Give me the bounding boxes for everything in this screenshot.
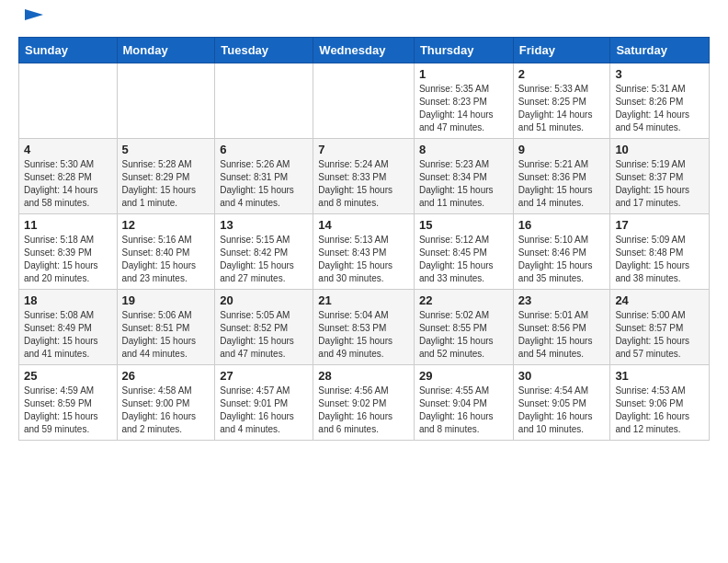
day-detail: Sunrise: 5:28 AMSunset: 8:29 PMDaylight:… <box>122 158 210 210</box>
page: SundayMondayTuesdayWednesdayThursdayFrid… <box>0 0 728 455</box>
calendar-cell: 12Sunrise: 5:16 AMSunset: 8:40 PMDayligh… <box>117 214 215 290</box>
calendar-cell: 5Sunrise: 5:28 AMSunset: 8:29 PMDaylight… <box>117 139 215 214</box>
calendar-cell: 24Sunrise: 5:00 AMSunset: 8:57 PMDayligh… <box>610 290 710 365</box>
day-number: 5 <box>122 143 210 156</box>
day-detail: Sunrise: 4:56 AMSunset: 9:02 PMDaylight:… <box>318 385 409 436</box>
calendar-cell: 22Sunrise: 5:02 AMSunset: 8:55 PMDayligh… <box>414 290 513 365</box>
day-detail: Sunrise: 5:23 AMSunset: 8:34 PMDaylight:… <box>419 158 508 210</box>
calendar-cell: 8Sunrise: 5:23 AMSunset: 8:34 PMDaylight… <box>414 139 513 214</box>
day-detail: Sunrise: 5:00 AMSunset: 8:57 PMDaylight:… <box>615 309 704 361</box>
calendar-cell: 13Sunrise: 5:15 AMSunset: 8:42 PMDayligh… <box>215 214 313 290</box>
header <box>18 15 710 26</box>
day-number: 1 <box>419 67 508 81</box>
calendar-cell: 29Sunrise: 4:55 AMSunset: 9:04 PMDayligh… <box>414 365 513 441</box>
calendar-cell <box>215 63 313 139</box>
calendar-table: SundayMondayTuesdayWednesdayThursdayFrid… <box>18 37 710 441</box>
calendar-cell <box>19 63 118 139</box>
logo <box>18 15 47 26</box>
day-number: 20 <box>220 293 308 307</box>
calendar-cell: 26Sunrise: 4:58 AMSunset: 9:00 PMDayligh… <box>117 365 215 441</box>
day-number: 10 <box>615 143 704 156</box>
svg-marker-0 <box>25 9 43 20</box>
day-number: 21 <box>318 293 409 307</box>
day-detail: Sunrise: 5:12 AMSunset: 8:45 PMDaylight:… <box>419 234 508 285</box>
day-number: 16 <box>518 218 606 232</box>
day-number: 4 <box>24 143 112 156</box>
day-number: 22 <box>419 293 508 307</box>
day-number: 29 <box>419 369 508 383</box>
day-number: 12 <box>122 218 210 232</box>
weekday-header-saturday: Saturday <box>610 38 710 63</box>
calendar-cell: 21Sunrise: 5:04 AMSunset: 8:53 PMDayligh… <box>313 290 415 365</box>
calendar-cell: 28Sunrise: 4:56 AMSunset: 9:02 PMDayligh… <box>313 365 415 441</box>
day-detail: Sunrise: 4:54 AMSunset: 9:05 PMDaylight:… <box>518 385 606 436</box>
calendar-cell: 6Sunrise: 5:26 AMSunset: 8:31 PMDaylight… <box>215 139 313 214</box>
day-number: 30 <box>518 369 606 383</box>
weekday-header-monday: Monday <box>117 38 215 63</box>
day-number: 28 <box>318 369 409 383</box>
day-detail: Sunrise: 5:21 AMSunset: 8:36 PMDaylight:… <box>518 158 606 210</box>
logo-flag-icon <box>21 7 47 26</box>
day-detail: Sunrise: 5:18 AMSunset: 8:39 PMDaylight:… <box>24 234 112 285</box>
day-number: 23 <box>518 293 606 307</box>
day-detail: Sunrise: 5:15 AMSunset: 8:42 PMDaylight:… <box>220 234 308 285</box>
calendar-week-5: 25Sunrise: 4:59 AMSunset: 8:59 PMDayligh… <box>19 365 710 441</box>
calendar-cell: 4Sunrise: 5:30 AMSunset: 8:28 PMDaylight… <box>19 139 118 214</box>
day-detail: Sunrise: 4:53 AMSunset: 9:06 PMDaylight:… <box>615 385 704 436</box>
calendar-week-4: 18Sunrise: 5:08 AMSunset: 8:49 PMDayligh… <box>19 290 710 365</box>
calendar-cell: 10Sunrise: 5:19 AMSunset: 8:37 PMDayligh… <box>610 139 710 214</box>
day-detail: Sunrise: 5:02 AMSunset: 8:55 PMDaylight:… <box>419 309 508 361</box>
day-detail: Sunrise: 4:58 AMSunset: 9:00 PMDaylight:… <box>122 385 210 436</box>
day-number: 11 <box>24 218 112 232</box>
day-detail: Sunrise: 5:05 AMSunset: 8:52 PMDaylight:… <box>220 309 308 361</box>
calendar-cell: 1Sunrise: 5:35 AMSunset: 8:23 PMDaylight… <box>414 63 513 139</box>
day-number: 6 <box>220 143 308 156</box>
calendar-cell: 23Sunrise: 5:01 AMSunset: 8:56 PMDayligh… <box>513 290 610 365</box>
calendar-cell <box>313 63 415 139</box>
day-detail: Sunrise: 4:55 AMSunset: 9:04 PMDaylight:… <box>419 385 508 436</box>
day-detail: Sunrise: 5:10 AMSunset: 8:46 PMDaylight:… <box>518 234 606 285</box>
calendar-week-1: 1Sunrise: 5:35 AMSunset: 8:23 PMDaylight… <box>19 63 710 139</box>
calendar-cell: 30Sunrise: 4:54 AMSunset: 9:05 PMDayligh… <box>513 365 610 441</box>
day-detail: Sunrise: 5:30 AMSunset: 8:28 PMDaylight:… <box>24 158 112 210</box>
calendar-week-3: 11Sunrise: 5:18 AMSunset: 8:39 PMDayligh… <box>19 214 710 290</box>
day-number: 8 <box>419 143 508 156</box>
day-number: 18 <box>24 293 112 307</box>
calendar-cell: 3Sunrise: 5:31 AMSunset: 8:26 PMDaylight… <box>610 63 710 139</box>
day-number: 9 <box>518 143 606 156</box>
calendar-cell: 31Sunrise: 4:53 AMSunset: 9:06 PMDayligh… <box>610 365 710 441</box>
calendar-cell: 18Sunrise: 5:08 AMSunset: 8:49 PMDayligh… <box>19 290 118 365</box>
day-number: 17 <box>615 218 704 232</box>
calendar-cell: 2Sunrise: 5:33 AMSunset: 8:25 PMDaylight… <box>513 63 610 139</box>
day-number: 13 <box>220 218 308 232</box>
day-detail: Sunrise: 5:06 AMSunset: 8:51 PMDaylight:… <box>122 309 210 361</box>
calendar-cell: 9Sunrise: 5:21 AMSunset: 8:36 PMDaylight… <box>513 139 610 214</box>
day-detail: Sunrise: 5:09 AMSunset: 8:48 PMDaylight:… <box>615 234 704 285</box>
calendar-cell: 17Sunrise: 5:09 AMSunset: 8:48 PMDayligh… <box>610 214 710 290</box>
calendar-cell <box>117 63 215 139</box>
calendar-cell: 11Sunrise: 5:18 AMSunset: 8:39 PMDayligh… <box>19 214 118 290</box>
day-number: 2 <box>518 67 606 81</box>
day-detail: Sunrise: 4:59 AMSunset: 8:59 PMDaylight:… <box>24 385 112 436</box>
day-number: 25 <box>24 369 112 383</box>
calendar-cell: 14Sunrise: 5:13 AMSunset: 8:43 PMDayligh… <box>313 214 415 290</box>
weekday-header-thursday: Thursday <box>414 38 513 63</box>
day-detail: Sunrise: 5:04 AMSunset: 8:53 PMDaylight:… <box>318 309 409 361</box>
calendar-cell: 19Sunrise: 5:06 AMSunset: 8:51 PMDayligh… <box>117 290 215 365</box>
day-detail: Sunrise: 5:31 AMSunset: 8:26 PMDaylight:… <box>615 83 704 134</box>
day-detail: Sunrise: 5:33 AMSunset: 8:25 PMDaylight:… <box>518 83 606 134</box>
day-number: 15 <box>419 218 508 232</box>
day-detail: Sunrise: 5:19 AMSunset: 8:37 PMDaylight:… <box>615 158 704 210</box>
day-number: 26 <box>122 369 210 383</box>
day-detail: Sunrise: 5:16 AMSunset: 8:40 PMDaylight:… <box>122 234 210 285</box>
day-number: 24 <box>615 293 704 307</box>
day-detail: Sunrise: 5:13 AMSunset: 8:43 PMDaylight:… <box>318 234 409 285</box>
calendar-cell: 20Sunrise: 5:05 AMSunset: 8:52 PMDayligh… <box>215 290 313 365</box>
day-number: 14 <box>318 218 409 232</box>
calendar-cell: 16Sunrise: 5:10 AMSunset: 8:46 PMDayligh… <box>513 214 610 290</box>
day-detail: Sunrise: 5:01 AMSunset: 8:56 PMDaylight:… <box>518 309 606 361</box>
day-detail: Sunrise: 5:35 AMSunset: 8:23 PMDaylight:… <box>419 83 508 134</box>
day-detail: Sunrise: 5:24 AMSunset: 8:33 PMDaylight:… <box>318 158 409 210</box>
day-number: 7 <box>318 143 409 156</box>
day-number: 27 <box>220 369 308 383</box>
